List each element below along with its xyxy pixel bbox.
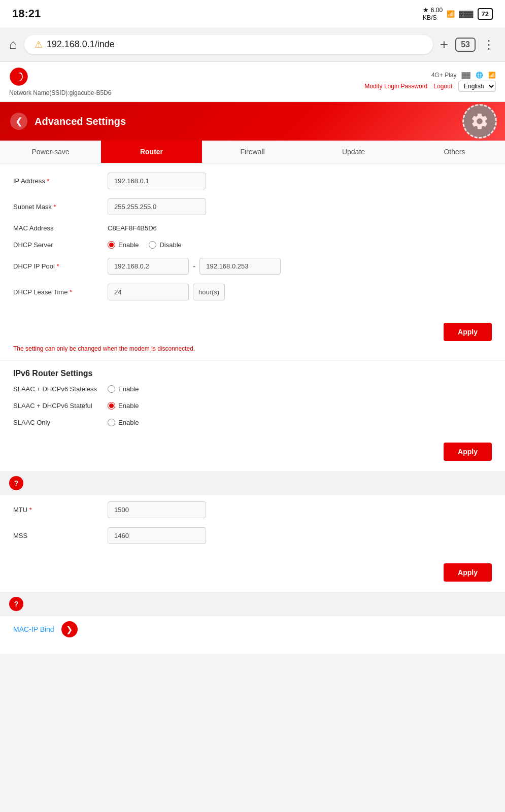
- dhcp-lease-required: *: [70, 288, 72, 296]
- status-time: 18:21: [12, 7, 41, 20]
- modify-password-link[interactable]: Modify Login Password: [364, 83, 427, 90]
- address-text: 192.168.0.1/inde: [47, 39, 115, 50]
- mss-input[interactable]: [108, 527, 206, 544]
- dhcp-pool-inputs: -: [108, 258, 281, 275]
- ip-address-row: IP Address *: [13, 173, 492, 189]
- tabs-row: Power-save Router Firewall Update Others: [0, 141, 505, 163]
- slaac-stateful-row: SLAAC + DHCPv6 Stateful Enable: [13, 402, 492, 410]
- language-select[interactable]: English: [458, 81, 496, 92]
- apply-button-2[interactable]: Apply: [444, 443, 492, 461]
- tab-update[interactable]: Update: [303, 141, 404, 163]
- battery-indicator: 72: [478, 8, 493, 20]
- slaac-stateful-radio[interactable]: [108, 402, 115, 410]
- slaac-stateful-label: SLAAC + DHCPv6 Stateful: [13, 402, 99, 410]
- add-tab-icon[interactable]: +: [440, 37, 448, 53]
- gear-icon: [462, 104, 497, 139]
- slaac-stateless-enable[interactable]: Enable: [108, 385, 139, 393]
- globe-icon: 🌐: [476, 72, 483, 79]
- ip-address-label: IP Address *: [13, 177, 99, 185]
- dhcp-pool-required: *: [57, 262, 59, 270]
- more-options-icon[interactable]: ⋮: [483, 38, 496, 52]
- header-right: 4G+ Play ▓▓ 🌐 📶 Modify Login Password Lo…: [364, 72, 496, 92]
- advanced-settings-header: ❮ Advanced Settings: [0, 102, 505, 141]
- header-actions: Modify Login Password Logout English: [364, 81, 496, 92]
- subnet-mask-label: Subnet Mask *: [13, 203, 99, 211]
- vodafone-logo: [9, 67, 28, 86]
- router-form: IP Address * Subnet Mask * MAC Address C…: [0, 163, 505, 319]
- signal-icon: ▓▓▓: [459, 10, 473, 18]
- mac-ip-section: MAC-IP Bind ❯: [0, 616, 505, 646]
- tab-firewall[interactable]: Firewall: [202, 141, 303, 163]
- network-speed: 6.00KB/S: [423, 7, 443, 21]
- footer: Copyright © 1998-2022 ZTE Corporation. A…: [0, 803, 505, 812]
- logout-link[interactable]: Logout: [433, 83, 452, 90]
- slaac-stateless-label: SLAAC + DHCPv6 Stateless: [13, 385, 99, 393]
- dhcp-pool-end-input[interactable]: [199, 258, 281, 275]
- slaac-only-row: SLAAC Only Enable: [13, 419, 492, 426]
- mtu-input[interactable]: [108, 501, 206, 518]
- mac-address-value: C8EAF8F4B5D6: [108, 224, 157, 232]
- warning-icon: ⚠: [35, 39, 43, 50]
- tab-others[interactable]: Others: [404, 141, 505, 163]
- mtu-row: MTU *: [13, 501, 492, 518]
- advanced-settings-title: Advanced Settings: [35, 116, 126, 127]
- dhcp-server-label: DHCP Server: [13, 241, 99, 249]
- mac-address-row: MAC Address C8EAF8F4B5D6: [13, 224, 492, 232]
- connection-type: 4G+ Play: [431, 72, 457, 79]
- tab-router[interactable]: Router: [101, 141, 202, 163]
- slaac-only-label: SLAAC Only: [13, 419, 99, 426]
- dhcp-radio-group: Enable Disable: [108, 241, 182, 249]
- dhcp-enable-label[interactable]: Enable: [108, 241, 139, 249]
- dhcp-pool-separator: -: [193, 262, 195, 271]
- tab-count[interactable]: 53: [455, 38, 476, 52]
- back-button[interactable]: ❮: [10, 113, 27, 130]
- apply-row-2: Apply: [0, 438, 505, 465]
- home-icon[interactable]: ⌂: [9, 37, 17, 52]
- mac-address-label: MAC Address: [13, 224, 99, 232]
- slaac-only-radio[interactable]: [108, 419, 115, 426]
- dhcp-disable-radio[interactable]: [149, 241, 156, 249]
- subnet-mask-input[interactable]: [108, 198, 206, 215]
- mtu-label: MTU *: [13, 506, 99, 514]
- warning-text: The setting can only be changed when the…: [0, 345, 505, 358]
- ipv6-form: SLAAC + DHCPv6 Stateless Enable SLAAC + …: [0, 382, 505, 438]
- mtu-section: MTU * MSS: [0, 495, 505, 559]
- mac-ip-link[interactable]: MAC-IP Bind: [13, 625, 54, 633]
- svg-point-0: [10, 67, 27, 85]
- subnet-required-mark: *: [54, 203, 56, 211]
- dhcp-lease-label: DHCP Lease Time *: [13, 288, 99, 296]
- subnet-mask-row: Subnet Mask *: [13, 198, 492, 215]
- header-top-icons: 4G+ Play ▓▓ 🌐 📶: [431, 72, 496, 79]
- slaac-stateful-enable[interactable]: Enable: [108, 402, 139, 410]
- dhcp-pool-label: DHCP IP Pool *: [13, 262, 99, 270]
- status-bar: 18:21 ★︎ 6.00KB/S 📶 ▓▓▓ 72: [0, 0, 505, 27]
- mss-row: MSS: [13, 527, 492, 544]
- slaac-only-enable[interactable]: Enable: [108, 419, 139, 426]
- address-bar[interactable]: ⚠ 192.168.0.1/inde: [24, 35, 433, 54]
- dhcp-pool-start-input[interactable]: [108, 258, 189, 275]
- hours-unit-label: hour(s): [193, 284, 225, 300]
- dhcp-lease-input[interactable]: [108, 284, 189, 300]
- slaac-stateless-radio[interactable]: [108, 385, 115, 393]
- ipv6-section-title: IPv6 Router Settings: [0, 363, 505, 382]
- apply-button-1[interactable]: Apply: [444, 323, 492, 341]
- mtu-required: *: [29, 506, 32, 514]
- dhcp-enable-radio[interactable]: [108, 241, 115, 249]
- help-icon-1[interactable]: ?: [9, 476, 23, 490]
- apply-button-3[interactable]: Apply: [444, 563, 492, 582]
- ip-address-input[interactable]: [108, 173, 206, 189]
- bluetooth-icon: ★︎ 6.00KB/S: [423, 6, 443, 21]
- dhcp-lease-row: DHCP Lease Time * hour(s): [13, 284, 492, 300]
- router-header: Network Name(SSID):gigacube-B5D6 4G+ Pla…: [0, 62, 505, 102]
- slaac-stateless-row: SLAAC + DHCPv6 Stateless Enable: [13, 385, 492, 393]
- status-icons: ★︎ 6.00KB/S 📶 ▓▓▓ 72: [423, 6, 493, 21]
- dhcp-disable-label[interactable]: Disable: [149, 241, 181, 249]
- wifi-icon: 📶: [447, 10, 455, 18]
- mac-ip-forward-button[interactable]: ❯: [61, 621, 78, 637]
- router-page: Network Name(SSID):gigacube-B5D6 4G+ Pla…: [0, 62, 505, 803]
- browser-bar: ⌂ ⚠ 192.168.0.1/inde + 53 ⋮: [0, 27, 505, 62]
- tab-powersave[interactable]: Power-save: [0, 141, 101, 163]
- help-icon-2[interactable]: ?: [9, 597, 23, 611]
- help-bar-1: ?: [0, 471, 505, 495]
- dhcp-pool-row: DHCP IP Pool * -: [13, 258, 492, 275]
